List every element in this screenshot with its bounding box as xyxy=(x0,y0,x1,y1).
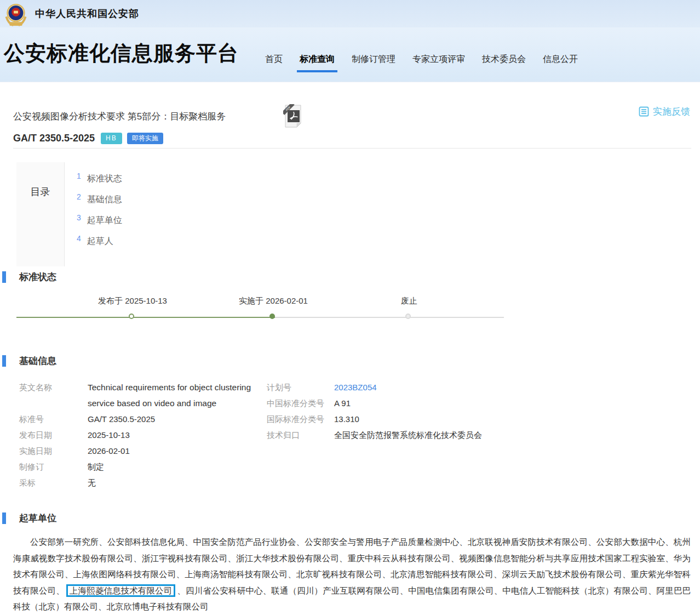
info-value: A 91 xyxy=(334,395,351,411)
info-row-plan-number: 计划号 2023BZ054 xyxy=(267,379,482,395)
feedback-list-icon xyxy=(639,106,649,117)
drafting-units-paragraph: 公安部第一研究所、公安部科技信息化局、中国安全防范产品行业协会、公安部安全与警用… xyxy=(13,534,691,615)
nav-item-home[interactable]: 首页 xyxy=(265,54,283,72)
toc-item-drafters[interactable]: 4 起草人 xyxy=(77,236,122,257)
info-row-implement-date: 实施日期 2026-02-01 xyxy=(19,443,259,459)
info-value: 13.310 xyxy=(334,411,359,427)
section-accent-bar xyxy=(2,355,6,367)
toc-item-basic-info[interactable]: 2 基础信息 xyxy=(77,194,122,215)
organization-name: 中华人民共和国公安部 xyxy=(35,7,139,20)
info-label: 国际标准分类号 xyxy=(267,411,334,427)
info-row-revision-type: 制修订 制定 xyxy=(19,459,259,475)
info-row-international-classification: 国际标准分类号 13.310 xyxy=(267,411,482,427)
document-title: 公安视频图像分析技术要求 第5部分：目标聚档服务 xyxy=(13,110,226,123)
site-header: 公安标准化信息服务平台 首页 标准查询 制修订管理 专家立项评审 技术委员会 信… xyxy=(0,27,700,82)
plan-number-link[interactable]: 2023BZ054 xyxy=(334,379,377,395)
section-header-basic-info: 基础信息 xyxy=(2,355,56,367)
info-label: 采标 xyxy=(19,475,88,491)
timeline-dot-implemented xyxy=(269,314,275,319)
toc-item-number: 3 xyxy=(77,213,81,222)
nav-item-expert-review[interactable]: 专家立项评审 xyxy=(412,54,465,72)
info-label: 中国标准分类号 xyxy=(267,395,334,411)
basic-info-right-column: 计划号 2023BZ054 中国标准分类号 A 91 国际标准分类号 13.31… xyxy=(267,379,482,443)
timeline-label-abolished: 废止 xyxy=(401,296,417,306)
basic-info-left-column: 英文名称 Technical requirements for object c… xyxy=(19,379,259,491)
feedback-label: 实施反馈 xyxy=(653,105,690,118)
main-nav: 首页 标准查询 制修订管理 专家立项评审 技术委员会 信息公开 xyxy=(265,54,578,72)
nav-item-standard-search[interactable]: 标准查询 xyxy=(300,54,335,72)
page: 中华人民共和国公安部 公安标准化信息服务平台 首页 标准查询 制修订管理 专家立… xyxy=(0,0,700,615)
section-accent-bar xyxy=(2,512,6,524)
timeline-dot-abolished xyxy=(405,314,411,319)
site-title: 公安标准化信息服务平台 xyxy=(4,39,239,67)
info-value: GA/T 2350.5-2025 xyxy=(88,411,155,427)
info-row-technical-committee: 技术归口 全国安全防范报警系统标准化技术委员会 xyxy=(267,427,482,443)
nav-item-technical-committee[interactable]: 技术委员会 xyxy=(482,54,526,72)
info-value: 全国安全防范报警系统标准化技术委员会 xyxy=(334,427,482,443)
table-of-contents: 目录 1 标准状态 2 基础信息 3 起草单位 4 起草人 xyxy=(16,162,203,266)
info-value: Technical requirements for object cluste… xyxy=(88,379,259,411)
info-value: 无 xyxy=(88,475,96,491)
info-label: 计划号 xyxy=(267,379,334,395)
info-value: 2025-10-13 xyxy=(88,427,130,443)
timeline-label-published: 发布于 2025-10-13 xyxy=(98,296,167,306)
info-value: 2026-02-01 xyxy=(88,443,130,459)
nav-item-information-disclosure[interactable]: 信息公开 xyxy=(543,54,578,72)
section-header-standard-status: 标准状态 xyxy=(2,271,56,283)
info-row-adoption: 采标 无 xyxy=(19,475,259,491)
badge-upcoming-implementation: 即将实施 xyxy=(127,133,163,144)
pdf-icon[interactable]: PDF xyxy=(283,104,305,130)
section-title: 基础信息 xyxy=(19,355,56,367)
info-label: 制修订 xyxy=(19,459,88,475)
toc-item-label: 标准状态 xyxy=(87,173,122,185)
toc-item-number: 1 xyxy=(77,172,81,180)
toc-item-number: 4 xyxy=(77,234,81,243)
header-divider xyxy=(13,148,691,149)
highlighted-company: 上海熙菱信息技术有限公司 xyxy=(66,584,176,597)
timeline-progress xyxy=(16,317,275,318)
toc-title: 目录 xyxy=(31,185,50,198)
info-row-publish-date: 发布日期 2025-10-13 xyxy=(19,427,259,443)
info-label: 标准号 xyxy=(19,411,88,427)
info-row-china-classification: 中国标准分类号 A 91 xyxy=(267,395,482,411)
timeline-dot-published xyxy=(129,314,134,319)
toc-item-label: 起草人 xyxy=(87,236,113,247)
section-title: 起草单位 xyxy=(19,512,56,525)
status-timeline: 发布于 2025-10-13 实施于 2026-02-01 废止 xyxy=(16,296,504,324)
badge-hb: HB xyxy=(101,133,122,144)
section-header-drafting-units: 起草单位 xyxy=(2,512,56,525)
toc-label-box: 目录 xyxy=(16,162,65,266)
standard-number-row: GA/T 2350.5-2025 HB 即将实施 xyxy=(13,133,163,144)
info-label: 实施日期 xyxy=(19,443,88,459)
info-row-standard-number: 标准号 GA/T 2350.5-2025 xyxy=(19,411,259,427)
info-value: 制定 xyxy=(88,459,104,475)
toc-item-label: 起草单位 xyxy=(87,215,122,226)
national-police-emblem-icon xyxy=(4,2,27,26)
info-row-english-name: 英文名称 Technical requirements for object c… xyxy=(19,379,259,411)
standard-number: GA/T 2350.5-2025 xyxy=(13,133,95,144)
government-banner: 中华人民共和国公安部 xyxy=(0,0,700,27)
section-title: 标准状态 xyxy=(19,271,56,283)
info-label: 技术归口 xyxy=(267,427,334,443)
toc-item-label: 基础信息 xyxy=(87,194,122,206)
toc-item-drafting-units[interactable]: 3 起草单位 xyxy=(77,215,122,236)
info-label: 英文名称 xyxy=(19,379,88,411)
implementation-feedback-link[interactable]: 实施反馈 xyxy=(639,105,690,118)
toc-item-number: 2 xyxy=(77,192,81,201)
info-label: 发布日期 xyxy=(19,427,88,443)
timeline-label-implemented: 实施于 2026-02-01 xyxy=(239,296,308,306)
toc-item-standard-status[interactable]: 1 标准状态 xyxy=(77,173,122,194)
nav-item-revision-management[interactable]: 制修订管理 xyxy=(352,54,395,72)
section-accent-bar xyxy=(2,271,6,283)
toc-list: 1 标准状态 2 基础信息 3 起草单位 4 起草人 xyxy=(77,173,122,257)
